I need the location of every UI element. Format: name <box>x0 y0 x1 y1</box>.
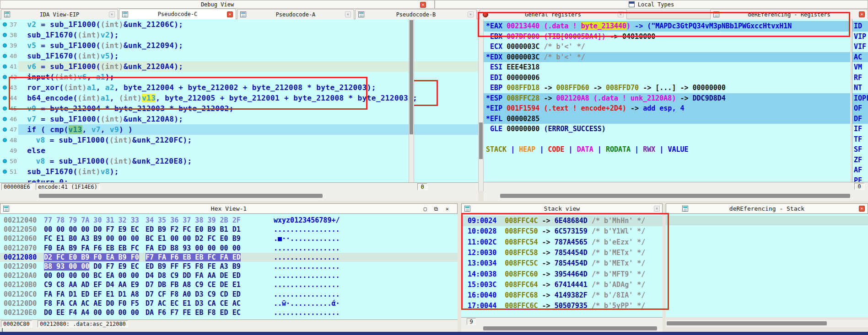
register-row-gle[interactable]: GLE 00000000 (ERROR_SUCCESS) <box>484 124 850 134</box>
pseudocode-line[interactable]: 42input((int)v6, a1); <box>0 72 478 82</box>
pseudocode-line[interactable]: 49else <box>0 145 478 156</box>
close-icon[interactable]: ✕ <box>420 2 426 8</box>
register-row-ebp[interactable]: EBP 008FFD18 -> 008FFD60 -> 008FFD70 -> … <box>484 83 850 93</box>
pseudocode-line[interactable]: 48v8 = sub_1F1000((int)&unk_2120FC); <box>0 135 478 145</box>
pseudocode-line[interactable]: 45v9 = byte_212004 * byte_212003 * byte_… <box>0 103 478 114</box>
register-row-edx[interactable]: *EDX 0000003C /* b'<' */ <box>484 52 850 63</box>
close-icon[interactable]: ✕ <box>227 11 233 17</box>
hex-row[interactable]: 002120D0F8 FA CA AC AE D0 F0 F5D7 AC EC … <box>0 299 458 308</box>
register-row-eax[interactable]: *EAX 00213440 (.data ! byte_213440) -> (… <box>484 21 850 32</box>
pseudocode-line[interactable]: 37v2 = sub_1F1000((int)&unk_21206C); <box>0 19 478 30</box>
registers-hscrollbar[interactable] <box>484 191 868 201</box>
register-row-efl[interactable]: *EFL 00000285 <box>484 114 850 124</box>
pseudocode-vscrollbar-2[interactable] <box>478 19 484 191</box>
pseudocode-line[interactable]: 41v6 = sub_1F1000((int)&unk_2120A4); <box>0 61 478 72</box>
register-row-edi[interactable]: EDI 00000006 <box>484 73 850 83</box>
tab-ida-view-eip[interactable]: IDA View-EIP✕ <box>1 9 118 19</box>
close-icon[interactable]: ✕ <box>859 206 865 212</box>
flag-pf[interactable]: PF <box>852 175 868 182</box>
breakpoint-icon[interactable] <box>3 138 7 142</box>
flag-sf[interactable]: SF <box>852 144 868 155</box>
hex-row[interactable]: 0021205000 00 00 00 D0 F7 E9 ECED B9 F2 … <box>0 225 458 234</box>
hex-row[interactable]: 00212060FC E1 B0 A3 B9 00 00 00BC E1 00 … <box>0 234 458 243</box>
flag-iopl[interactable]: IOPL <box>852 93 868 104</box>
stack-row[interactable]: 15:003C 008FFC64 -> 67414441 /* b'ADAg' … <box>461 280 663 290</box>
flag-vm[interactable]: VM <box>852 62 868 73</box>
tab-pseudocode-c[interactable]: Pseudocode-C✕ <box>119 9 236 19</box>
stack-row[interactable]: 14:0038 008FFC60 -> 3954464D /* b'MFT9' … <box>461 269 663 280</box>
breakpoint-icon[interactable] <box>3 64 7 69</box>
tab-pseudocode-a[interactable]: Pseudocode-A✕ <box>237 9 354 19</box>
deref-hscrollbar-thumb[interactable] <box>667 321 827 325</box>
hex-row[interactable]: 002120C0FA FA D1 ED EF E1 D1 A8D7 CF F8 … <box>0 290 458 299</box>
pseudocode-hscrollbar-thumb[interactable] <box>39 194 323 198</box>
flag-df[interactable]: DF <box>852 114 868 124</box>
register-row-ecx[interactable]: ECX 0000003C /* b'<' */ <box>484 42 850 52</box>
vertical-splitter-2[interactable] <box>663 203 666 335</box>
register-row-ebx[interactable]: EBX 007DF000 (TIB[00005DA4]) -> 04010000 <box>484 32 850 42</box>
stack-row[interactable]: 10:0028 008FFC50 -> 6C573159 /* b'Y1Wl' … <box>461 226 663 237</box>
deref-selected-row[interactable] <box>666 216 868 225</box>
stack-row[interactable]: 16:0040 008FFC68 -> 4149382F /* b'/8IA' … <box>461 290 663 301</box>
pseudocode-line[interactable]: 46v7 = sub_1F1000((int)&unk_2120A8); <box>0 114 478 124</box>
hex-row[interactable]: 00212070F0 EA B9 FA F6 EB EB FCFA ED B8 … <box>0 244 458 253</box>
register-row-esp[interactable]: *ESP 008FFC28 -> 002120A8 (.data ! unk_2… <box>484 93 850 104</box>
tab-dereferencing-registers[interactable]: deREferencing - Registers✕ <box>710 9 868 19</box>
breakpoint-icon[interactable] <box>3 75 7 79</box>
hex-row[interactable]: 00212080D2 FC E0 B9 F0 EA B9 F0F7 FA F6 … <box>0 253 458 262</box>
pseudocode-line[interactable]: 50v8 = sub_1F1000((int)&unk_2120E8); <box>0 156 478 166</box>
tab-pseudocode-b[interactable]: Pseudocode-B✕ <box>355 9 477 19</box>
stack-row[interactable]: 13:0034 008FFC5C -> 7854454D /* b'METx' … <box>461 258 663 269</box>
flag-id[interactable]: ID <box>852 21 868 32</box>
pseudocode-line[interactable]: 39v5 = sub_1F1000((int)&unk_212094); <box>0 40 478 51</box>
pseudocode-line[interactable]: 51sub_1F1670((int)v8); <box>0 166 478 177</box>
stack-hscrollbar-thumb[interactable] <box>483 326 657 330</box>
breakpoint-icon[interactable] <box>3 54 7 58</box>
flag-vip[interactable]: VIP <box>852 32 868 42</box>
stack-row[interactable]: 11:002C 008FFC54 -> 787A4565 /* b'eEzx' … <box>461 237 663 248</box>
flag-of[interactable]: OF <box>852 103 868 114</box>
stack-row[interactable]: 09:0024 008FFC4C -> 6E48684D /* b'MhHn' … <box>461 216 663 226</box>
close-icon[interactable]: ✕ <box>446 206 449 212</box>
flag-if[interactable]: IF <box>852 124 868 134</box>
breakpoint-icon[interactable] <box>3 170 7 174</box>
pseudocode-line[interactable]: return 0; <box>0 177 478 182</box>
pseudocode-line[interactable]: 40sub_1F1670((int)v5); <box>0 51 478 61</box>
close-icon[interactable]: ✕ <box>618 11 624 17</box>
register-row-eip[interactable]: *EIP 001F1594 (.text ! encode+2D4) -> ad… <box>484 103 850 114</box>
tab-general-registers[interactable]: General registers✕ <box>480 9 627 19</box>
pseudocode-vscrollbar[interactable] <box>409 19 414 182</box>
close-icon[interactable]: ✕ <box>859 11 865 17</box>
registers-hscrollbar-thumb[interactable] <box>500 194 850 198</box>
hex-row[interactable]: 0021204077 78 79 7A 30 31 32 3334 35 36 … <box>0 216 458 225</box>
pseudocode-vscrollbar-2-thumb[interactable] <box>479 122 483 159</box>
stack-row[interactable]: 17:0044 008FFC6C -> 50507935 /* b'5yPP' … <box>461 301 663 311</box>
pseudocode-line[interactable]: 43ror_xor((int)a1, a2, byte_212004 + byt… <box>0 82 478 93</box>
flag-vif[interactable]: VIF <box>852 42 868 52</box>
float-icon[interactable]: ⧉ <box>434 206 438 212</box>
breakpoint-icon[interactable] <box>3 128 7 132</box>
close-icon[interactable]: ✕ <box>345 11 351 17</box>
maximize-icon[interactable]: ▢ <box>424 206 427 212</box>
close-icon[interactable]: ✕ <box>468 11 474 17</box>
pseudocode-hscrollbar[interactable] <box>0 191 478 201</box>
breakpoint-icon[interactable] <box>3 33 7 37</box>
stack-row[interactable]: 12:0030 008FFC58 -> 7854454D /* b'METx' … <box>461 248 663 258</box>
flag-tf[interactable]: TF <box>852 134 868 145</box>
register-row-esi[interactable]: ESI EEE4E318 <box>484 62 850 73</box>
pseudocode-vscrollbar-thumb[interactable] <box>410 20 413 134</box>
hex-row[interactable]: 002120A000 00 00 00 BC EA 00 00D4 D8 C9 … <box>0 271 458 280</box>
hex-row[interactable]: 002120B0C9 C8 AA AD EF D4 AA E9D7 DB FB … <box>0 280 458 289</box>
deref-hscrollbar[interactable] <box>666 320 868 327</box>
hex-row[interactable]: 00212090B8 93 00 00 D0 F7 E9 ECED B9 FF … <box>0 262 458 271</box>
pseudocode-line[interactable]: 47if ( cmp(v13, v7, v9) ) <box>0 124 478 135</box>
flag-ac[interactable]: AC <box>852 52 868 63</box>
breakpoint-icon[interactable] <box>3 22 7 27</box>
pseudocode-line[interactable]: 38sub_1F1670((int)v2); <box>0 30 478 40</box>
breakpoint-icon[interactable] <box>3 85 7 90</box>
vertical-splitter[interactable] <box>458 203 461 335</box>
breakpoint-icon[interactable] <box>3 106 7 111</box>
breakpoint-icon[interactable] <box>3 117 7 121</box>
breakpoint-icon[interactable] <box>3 43 7 48</box>
close-icon[interactable]: ✕ <box>109 11 115 17</box>
